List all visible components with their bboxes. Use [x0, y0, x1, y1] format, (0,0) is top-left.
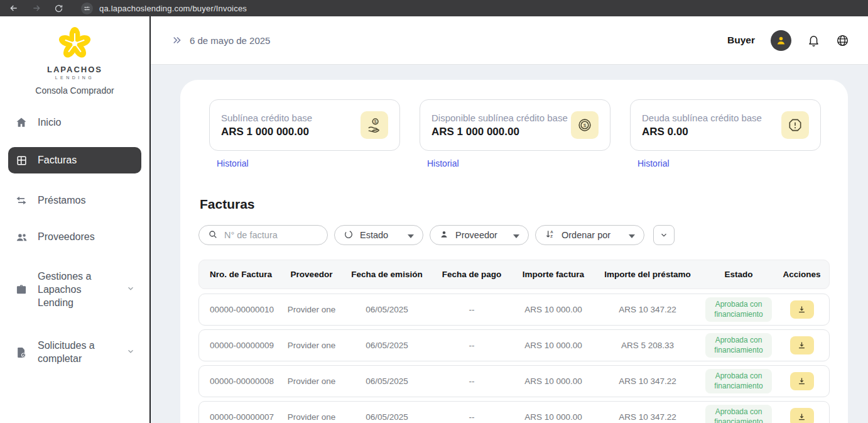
- main-panel: Sublínea crédito base ARS 1 000 000.00 $…: [180, 80, 848, 423]
- column-header: Fecha de emisión: [346, 270, 428, 279]
- column-header: Importe del préstamo: [591, 270, 704, 279]
- column-header: Acciones: [773, 270, 830, 279]
- document-check-icon: [14, 346, 28, 360]
- estado-filter[interactable]: Estado: [334, 225, 423, 245]
- browser-back-icon[interactable]: [9, 3, 19, 13]
- column-header: Nro. de Factura: [199, 270, 277, 279]
- download-button[interactable]: [790, 336, 814, 354]
- status-badge: Aprobada con financiamiento: [705, 297, 772, 322]
- chevron-down-icon: [126, 346, 135, 360]
- console-label: Consola Comprador: [35, 85, 114, 96]
- browser-refresh-icon[interactable]: [54, 4, 63, 13]
- status-badge: Aprobada con financiamiento: [705, 369, 772, 393]
- download-button[interactable]: [790, 300, 814, 319]
- actions-cell: [773, 300, 830, 319]
- sidebar-item-label: Gestiones a Lapachos Lending: [38, 270, 117, 309]
- actions-cell: [773, 408, 830, 423]
- language-globe-icon[interactable]: [836, 34, 849, 47]
- search-input[interactable]: [224, 230, 312, 240]
- historial-link[interactable]: Historial: [637, 158, 670, 168]
- hand-coin-icon: $: [361, 111, 388, 139]
- column-header: Importe factura: [516, 270, 591, 279]
- provider-cell: Provider one: [277, 376, 346, 386]
- status-cell: Aprobada con financiamiento: [704, 405, 773, 423]
- sidebar-collapse-icon[interactable]: [171, 35, 183, 46]
- invoices-grid-icon: [14, 153, 28, 167]
- stat-amount: ARS 1 000 000.00: [221, 126, 312, 138]
- sidebar-item-label: Inicio: [38, 117, 135, 128]
- invoice-amount-cell: ARS 10 000.00: [516, 376, 591, 386]
- proveedor-filter[interactable]: Proveedor: [430, 225, 529, 245]
- status-cell: Aprobada con financiamiento: [704, 369, 773, 393]
- site-info-icon[interactable]: [81, 3, 93, 14]
- browser-forward-icon[interactable]: [31, 3, 41, 13]
- search-icon: [208, 229, 218, 241]
- sidebar-item-label: Facturas: [38, 155, 135, 166]
- sidebar-item-prestamos[interactable]: Préstamos: [8, 189, 141, 212]
- sidebar-item-solicitudes[interactable]: Solicitudes a completar: [8, 334, 141, 371]
- historial-link[interactable]: Historial: [427, 158, 459, 168]
- summary-cards: Sublínea crédito base ARS 1 000 000.00 $…: [209, 99, 830, 169]
- logo: LAPACHOS LENDING Consola Comprador: [0, 16, 149, 96]
- notifications-bell-icon[interactable]: [807, 34, 820, 47]
- table-row: 00000-00000008Provider one06/05/2025--AR…: [198, 365, 830, 397]
- avatar[interactable]: [771, 30, 791, 51]
- actions-cell: [773, 336, 830, 354]
- person-icon: [439, 229, 449, 241]
- more-filters-button[interactable]: [653, 225, 675, 245]
- payment-date-cell: --: [428, 305, 516, 314]
- browser-bar: qa.lapachoslending.com/buyer/Invoices: [0, 0, 868, 16]
- column-header: Fecha de pago: [428, 270, 516, 279]
- sidebar-item-gestiones[interactable]: Gestiones a Lapachos Lending: [8, 265, 141, 314]
- caret-down-icon: [408, 230, 414, 240]
- download-button[interactable]: [790, 408, 814, 423]
- invoice-number-cell: 00000-00000010: [199, 305, 277, 314]
- status-badge: Aprobada con financiamiento: [705, 333, 772, 358]
- svg-text:Z: Z: [550, 234, 553, 238]
- stat-title: Deuda sublínea crédito base: [642, 113, 762, 123]
- swap-arrows-icon: [14, 194, 28, 207]
- invoice-number-cell: 00000-00000009: [199, 341, 277, 350]
- download-button[interactable]: [790, 372, 814, 390]
- status-badge: Aprobada con financiamiento: [705, 405, 772, 423]
- invoice-search[interactable]: [198, 225, 328, 245]
- proveedor-label: Proveedor: [455, 230, 497, 240]
- url-text[interactable]: qa.lapachoslending.com/buyer/Invoices: [99, 4, 247, 13]
- issue-date-cell: 06/05/2025: [346, 305, 428, 314]
- coin-icon: $: [571, 111, 599, 139]
- credit-line-card: Sublínea crédito base ARS 1 000 000.00 $: [209, 99, 400, 151]
- issue-date-cell: 06/05/2025: [346, 341, 428, 350]
- payment-date-cell: --: [428, 412, 516, 422]
- column-header: Estado: [704, 270, 773, 279]
- svg-text:$: $: [583, 123, 587, 128]
- user-icon: [775, 35, 787, 47]
- address-bar[interactable]: qa.lapachoslending.com/buyer/Invoices: [81, 3, 247, 14]
- payment-date-cell: --: [428, 376, 516, 386]
- filters-bar: Estado Proveedor: [198, 225, 830, 245]
- caret-down-icon: [629, 230, 635, 240]
- loan-amount-cell: ARS 10 347.22: [591, 412, 704, 422]
- provider-cell: Provider one: [277, 305, 346, 314]
- status-cell: Aprobada con financiamiento: [704, 297, 773, 322]
- issue-date-cell: 06/05/2025: [346, 376, 428, 386]
- invoice-amount-cell: ARS 10 000.00: [516, 341, 591, 350]
- loan-amount-cell: ARS 10 347.22: [591, 376, 704, 386]
- historial-link[interactable]: Historial: [217, 158, 249, 168]
- sidebar-item-proveedores[interactable]: Proveedores: [8, 225, 141, 249]
- debt-card: Deuda sublínea crédito base ARS 0.00: [630, 99, 821, 151]
- invoice-amount-cell: ARS 10 000.00: [516, 412, 591, 422]
- table-row: 00000-00000007Provider one06/05/2025--AR…: [198, 401, 830, 423]
- brand-name: LAPACHOS: [47, 65, 102, 74]
- table-row: 00000-00000010Provider one06/05/2025--AR…: [198, 294, 830, 326]
- chevron-down-icon: [659, 231, 668, 239]
- brand-subtitle: LENDING: [55, 75, 95, 80]
- payment-date-cell: --: [428, 341, 516, 350]
- sidebar-item-label: Préstamos: [38, 195, 135, 206]
- sidebar-item-inicio[interactable]: Inicio: [8, 111, 141, 135]
- lapacho-flower-icon: [58, 26, 92, 63]
- sidebar-item-facturas[interactable]: Facturas: [8, 147, 141, 173]
- ordenar-filter[interactable]: AZ Ordenar por: [535, 225, 644, 245]
- sidebar-item-label: Solicitudes a completar: [38, 339, 117, 366]
- table-header: Nro. de Factura Proveedor Fecha de emisi…: [198, 260, 830, 289]
- stat-title: Disponible sublínea crédito base: [431, 113, 568, 123]
